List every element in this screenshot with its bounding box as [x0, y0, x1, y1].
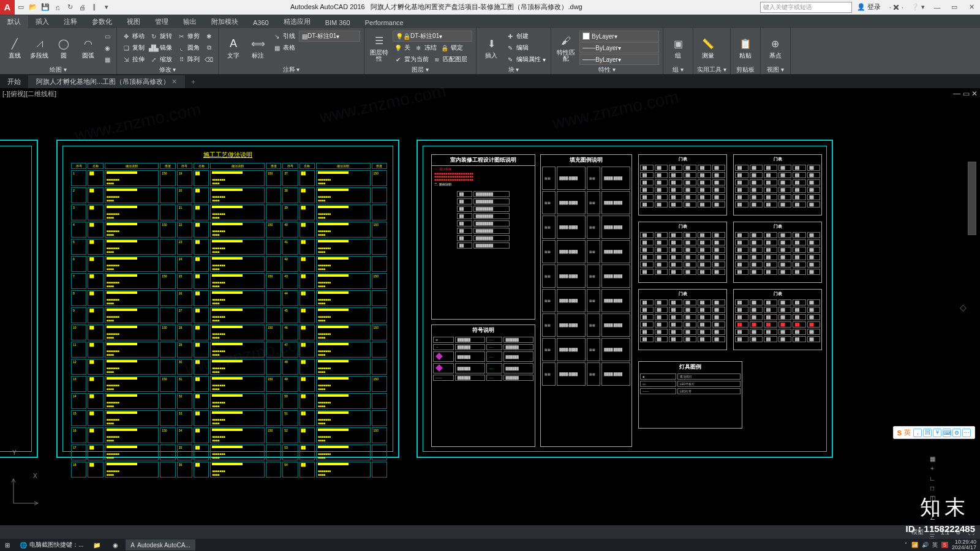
ribbon-tab[interactable]: 注释	[56, 15, 85, 28]
block-insert[interactable]: ⬇插入	[480, 29, 502, 66]
qat-button[interactable]: ↻	[64, 1, 76, 13]
sign-in-button[interactable]: 👤 登录	[857, 2, 881, 12]
ime-chip[interactable]: ⚙	[952, 429, 961, 437]
tool-paste[interactable]: 📋粘贴	[734, 29, 756, 66]
taskbar-item[interactable]: 📁	[88, 539, 108, 550]
tool-array[interactable]: ⠿阵列	[176, 54, 201, 65]
taskbar-item[interactable]: AAutodesk AutoCA...	[126, 539, 195, 550]
panel-label[interactable]: 特性 ▾	[555, 66, 659, 74]
tool-offset[interactable]: ⧉	[203, 42, 214, 53]
linetype-combo[interactable]: ─── ByLayer ▾	[579, 54, 659, 65]
ribbon-tab[interactable]: 视图	[119, 15, 148, 28]
tray-badge[interactable]: 5	[941, 542, 948, 548]
ribbon-tab[interactable]: BIM 360	[318, 17, 358, 28]
ime-chip[interactable]: ⋯	[962, 429, 971, 437]
block-attr[interactable]: ✎编辑属性 ▾	[505, 54, 547, 65]
lineweight-combo[interactable]: ─── ByLayer ▾	[579, 42, 659, 53]
maximize-button[interactable]: ▭	[946, 1, 963, 13]
layer-setcurrent[interactable]: ✔置为当前	[393, 54, 430, 65]
tool-erase[interactable]: ⌫	[203, 54, 214, 65]
taskbar-item[interactable]: ◉	[108, 539, 126, 550]
panel-label[interactable]: 剪贴板	[734, 66, 756, 74]
status-toggle[interactable]: ∟	[927, 473, 937, 483]
ime-chip[interactable]: 回	[923, 429, 932, 437]
ime-lang[interactable]: 英	[932, 541, 938, 549]
file-tab-start[interactable]: 开始	[0, 75, 29, 88]
tool-rotate[interactable]: ↻旋转	[148, 31, 173, 42]
ribbon-tab[interactable]: 输出	[176, 15, 204, 28]
qat-button[interactable]: ▾	[100, 1, 113, 13]
props-match[interactable]: 🖌特性匹配	[555, 29, 577, 66]
tool-table[interactable]: ▦表格	[271, 42, 296, 53]
dim-style-combo[interactable]: ▤ DT-标注01 ▾	[299, 31, 360, 42]
chevron-up-icon[interactable]: ˄	[905, 542, 908, 548]
navbar[interactable]	[968, 162, 976, 235]
ribbon-tab[interactable]: A360	[246, 17, 276, 28]
layer-lock[interactable]: 🔒锁定	[439, 42, 464, 53]
ime-chip[interactable]: ，	[913, 429, 922, 437]
drawing-canvas[interactable]: [-][俯视][二维线框] — ▭ ✕ ◇ 施工工艺做法说明 序号名称做法说明厚…	[0, 88, 980, 524]
tray-clock[interactable]: 10:29:402024/4/17	[952, 539, 976, 550]
panel-label[interactable]: 块 ▾	[480, 66, 547, 74]
volume-icon[interactable]: 🔊	[922, 542, 929, 548]
tool-explode[interactable]: ✱	[203, 31, 214, 42]
ime-chip[interactable]: ￥	[933, 429, 941, 437]
panel-label[interactable]: 图层 ▾	[368, 66, 472, 74]
tool-fillet[interactable]: ◟圆角	[176, 42, 201, 53]
qat-button[interactable]: 💾	[39, 1, 51, 13]
tool-ellipse[interactable]: ◉	[102, 42, 113, 53]
ime-chip[interactable]: ⌨	[943, 429, 951, 437]
status-toggle[interactable]: □	[927, 483, 937, 493]
tool-polyline[interactable]: ⩘多段线	[28, 29, 50, 66]
tool-line[interactable]: ╱直线	[4, 29, 26, 66]
panel-label[interactable]: 修改 ▾	[121, 66, 214, 74]
ribbon-tab[interactable]: 附加模块	[204, 15, 246, 28]
tool-measure[interactable]: 📏测量	[697, 29, 719, 66]
ribbon-tab[interactable]: Performance	[358, 17, 411, 28]
block-edit[interactable]: ✎编辑	[505, 42, 547, 53]
ribbon-tab[interactable]: 管理	[148, 15, 176, 28]
minimize-button[interactable]: —	[929, 1, 946, 13]
system-tray[interactable]: ˄ 📶 🔊 英 5 10:29:402024/4/17	[905, 539, 980, 550]
block-create[interactable]: ✚创建	[505, 31, 547, 42]
tool-hatch[interactable]: ▦	[102, 54, 113, 65]
layer-combo[interactable]: 💡🔒 DT-标注01 ▾	[393, 31, 472, 42]
tool-copy[interactable]: ❏复制	[121, 42, 146, 53]
tool-basepoint[interactable]: ⊕基点	[764, 29, 786, 66]
status-toggle[interactable]: ＋	[927, 463, 937, 473]
tool-group[interactable]: ▣组	[667, 29, 689, 66]
tool-rect[interactable]: ▭	[102, 31, 113, 42]
layer-match[interactable]: ≋匹配图层	[431, 54, 469, 65]
panel-label[interactable]: 实用工具 ▾	[697, 66, 726, 74]
tool-mirror[interactable]: ▟▙镜像	[148, 42, 173, 53]
status-toggle[interactable]: ▦	[927, 454, 937, 463]
tool-move[interactable]: ✥移动	[121, 31, 146, 42]
panel-label[interactable]: 视图 ▾	[764, 66, 786, 74]
qat-button[interactable]: 🖨	[76, 1, 88, 13]
layer-properties[interactable]: ☰图层特性	[368, 29, 390, 66]
tool-leader[interactable]: ↘引线	[271, 31, 296, 42]
app-menu-button[interactable]: A	[0, 0, 15, 15]
tool-arc[interactable]: ◠圆弧	[77, 29, 99, 66]
close-button[interactable]: ✕	[963, 1, 980, 13]
taskbar-item[interactable]: 🌐电脑截图快捷键：...	[15, 539, 88, 550]
ribbon-tab[interactable]: 插入	[28, 15, 56, 28]
file-tab-add[interactable]: ＋	[185, 75, 202, 88]
qat-button[interactable]: ∥	[88, 1, 100, 13]
qat-button[interactable]: ⎌	[51, 1, 64, 13]
tool-trim[interactable]: ✂修剪	[176, 31, 201, 42]
ime-bar[interactable]: S英 ，回￥⌨⚙⋯	[893, 426, 975, 439]
file-tab-doc[interactable]: 阿旗人才孵化基地闲...工图（吊顶标高修改） ✕	[29, 75, 185, 88]
viewport-controls[interactable]: — ▭ ✕	[953, 89, 978, 98]
layer-off[interactable]: 💡关	[393, 42, 412, 53]
qat-button[interactable]: ▭	[15, 1, 27, 13]
panel-label[interactable]: 注释 ▾	[222, 66, 360, 74]
start-button[interactable]: ⊞	[0, 539, 15, 550]
tab-close-icon[interactable]: ✕	[172, 78, 177, 85]
tool-text[interactable]: A文字	[222, 29, 244, 66]
tool-scale[interactable]: ⤢缩放	[148, 54, 173, 65]
help-search-input[interactable]: 键入关键字或短语	[760, 2, 852, 13]
panel-label[interactable]: 绘图 ▾	[4, 66, 113, 74]
qat-button[interactable]: 📂	[27, 1, 39, 13]
ribbon-tab[interactable]: 参数化	[85, 15, 119, 28]
